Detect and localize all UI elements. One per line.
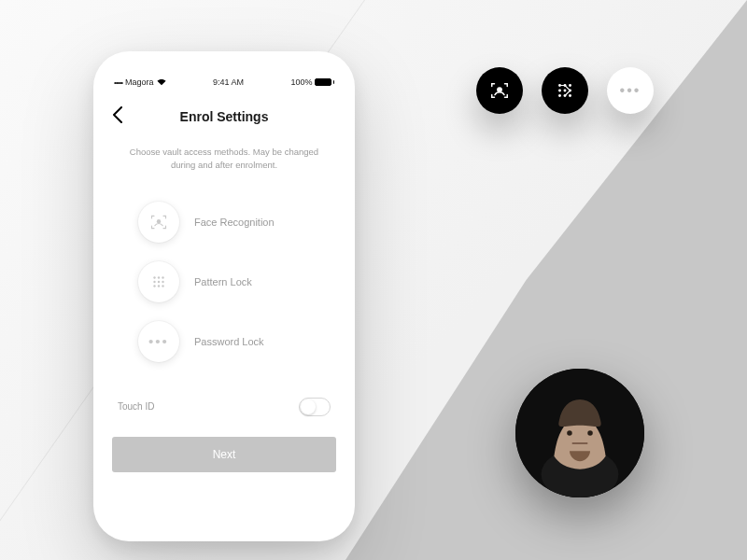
phone-mockup: ••••• Magora 9:41 AM 100% Enrol Settings… (93, 51, 355, 541)
back-button[interactable] (112, 106, 123, 123)
svg-point-17 (162, 276, 163, 278)
svg-point-14 (157, 219, 161, 223)
svg-point-18 (153, 280, 155, 282)
pattern-lock-icon (555, 80, 575, 101)
svg-point-12 (567, 430, 572, 436)
svg-point-21 (153, 285, 155, 287)
next-button[interactable]: Next (112, 437, 336, 472)
touch-id-label: Touch ID (118, 401, 154, 412)
option-pattern-lock[interactable]: Pattern Lock (112, 252, 336, 312)
svg-point-7 (558, 94, 561, 97)
nav-header: Enrol Settings (112, 103, 336, 131)
svg-point-13 (587, 430, 593, 436)
avatar-illustration (515, 369, 644, 497)
svg-point-5 (564, 90, 567, 92)
pill-face-recognition[interactable] (476, 67, 523, 114)
svg-point-15 (153, 276, 155, 278)
option-password-lock[interactable]: ••• Password Lock (112, 312, 336, 371)
option-face-recognition[interactable]: Face Recognition (112, 192, 336, 252)
svg-point-19 (158, 280, 160, 282)
carrier-label: Magora (125, 77, 154, 87)
page-title: Enrol Settings (180, 109, 269, 124)
chevron-left-icon (112, 106, 123, 123)
avatar (515, 369, 644, 497)
wifi-icon (157, 78, 166, 86)
toggle-knob (301, 399, 316, 414)
svg-point-4 (558, 90, 561, 92)
option-label: Pattern Lock (194, 276, 252, 287)
status-bar: ••••• Magora 9:41 AM 100% (114, 77, 334, 87)
clock: 9:41 AM (213, 77, 244, 87)
pill-password-lock[interactable]: ••• (607, 67, 654, 114)
face-recognition-icon (489, 80, 510, 101)
svg-point-23 (162, 285, 163, 287)
dots-icon: ••• (620, 82, 641, 99)
pill-pattern-lock[interactable] (542, 67, 588, 114)
svg-point-16 (158, 276, 160, 278)
svg-point-9 (569, 94, 571, 97)
battery-icon (315, 78, 331, 86)
option-icon-wrap (138, 202, 179, 243)
svg-point-22 (158, 285, 160, 287)
pattern-lock-icon (150, 273, 167, 290)
option-label: Password Lock (194, 336, 264, 347)
svg-point-3 (569, 84, 571, 87)
touch-id-row: Touch ID (112, 371, 336, 433)
signal-dots-icon: ••••• (114, 78, 122, 87)
svg-point-20 (162, 280, 163, 282)
dots-icon: ••• (148, 333, 169, 349)
battery-percent: 100% (290, 77, 312, 87)
option-icon-wrap: ••• (138, 321, 179, 362)
option-label: Face Recognition (194, 217, 275, 228)
face-recognition-icon (149, 213, 168, 231)
feature-pills: ••• (476, 67, 654, 114)
touch-id-toggle[interactable] (299, 398, 331, 416)
option-icon-wrap (138, 261, 179, 302)
intro-text: Choose vault access methods. May be chan… (112, 146, 336, 192)
